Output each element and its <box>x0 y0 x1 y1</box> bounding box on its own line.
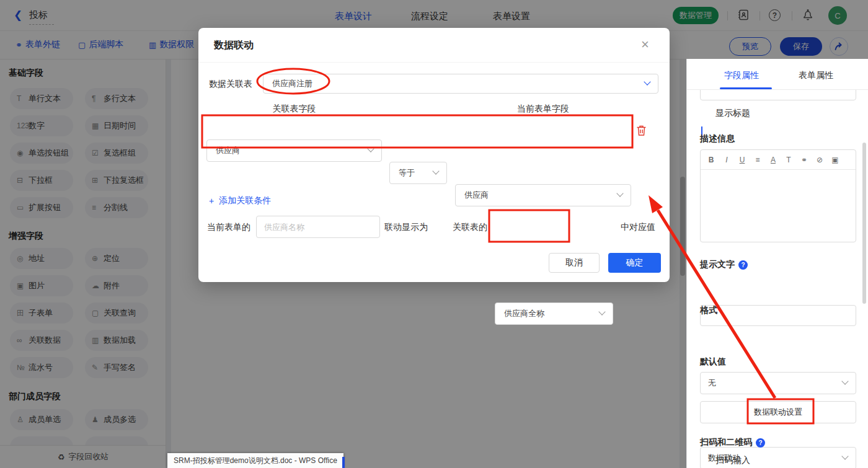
format-value: 无 <box>708 377 716 389</box>
image-icon[interactable]: ▣ <box>830 156 840 164</box>
link-icon[interactable]: ⚭ <box>799 156 809 164</box>
chevron-down-icon <box>598 308 605 315</box>
help-icon[interactable]: ? <box>738 260 748 270</box>
description-label: 描述信息 <box>700 133 735 144</box>
show-title-label: 显示标题 <box>715 108 750 119</box>
align-icon[interactable]: ≡ <box>753 156 763 164</box>
format-label: 格式 <box>700 305 717 316</box>
condition-operator-select[interactable]: 等于 <box>389 162 447 184</box>
panel-scrollbar-thumb[interactable] <box>862 143 866 304</box>
condition-field-value: 供应商 <box>216 145 240 156</box>
mapping-of-table-label: 关联表的 <box>453 222 487 233</box>
link-table-select[interactable]: 供应商注册 <box>263 74 658 94</box>
mapping-suffix-label: 中对应值 <box>621 222 655 233</box>
rich-text-editor[interactable]: B I U ≡ A T ⚭ ⊘ ▣ <box>700 149 856 242</box>
italic-icon[interactable]: I <box>722 156 732 164</box>
chevron-down-icon <box>644 78 650 85</box>
chevron-down-icon <box>367 145 374 152</box>
wps-window-edge <box>342 457 345 468</box>
underline-icon[interactable]: U <box>737 156 747 164</box>
tab-form-properties[interactable]: 表单属性 <box>799 70 833 81</box>
divider <box>198 62 670 63</box>
mapping-field-input[interactable] <box>256 216 380 238</box>
tab-field-properties[interactable]: 字段属性 <box>724 70 759 81</box>
bold-icon[interactable]: B <box>706 156 716 164</box>
add-condition-link[interactable]: + 添加关联条件 <box>209 195 271 206</box>
mapping-prefix-label: 当前表单的 <box>207 222 250 233</box>
modal-title: 数据联动 <box>214 39 254 52</box>
delete-condition-trash-icon[interactable] <box>636 125 647 139</box>
condition-field-select[interactable]: 供应商 <box>206 139 382 162</box>
format-select[interactable]: 无 <box>700 372 856 394</box>
properties-panel: 字段属性 表单属性 显示标题 描述信息 B I U ≡ A T ⚭ ⊘ ▣ <box>686 59 868 468</box>
close-icon[interactable]: × <box>641 37 649 53</box>
link-table-label: 数据关联表 <box>209 79 252 90</box>
default-value-label: 默认值 <box>700 356 726 368</box>
cancel-button[interactable]: 取消 <box>549 253 600 273</box>
condition-form-field-value: 供应商 <box>464 190 489 201</box>
mapping-middle-label: 联动显示为 <box>384 222 428 233</box>
editor-toolbar: B I U ≡ A T ⚭ ⊘ ▣ <box>701 150 856 170</box>
chevron-down-icon <box>432 167 439 174</box>
wps-taskbar-tooltip[interactable]: SRM-招投标管理demo说明文档.doc - WPS Office <box>167 453 343 468</box>
font-color-icon[interactable]: A <box>768 156 778 164</box>
scan-qr-label: 扫码和二维码 ? <box>700 437 765 448</box>
condition-form-field-select[interactable]: 供应商 <box>455 184 631 206</box>
partial-scrolled-input[interactable] <box>700 90 856 100</box>
data-linkage-settings-button[interactable]: 数据联动设置 <box>700 401 856 423</box>
link-table-value: 供应商注册 <box>272 78 312 89</box>
mapping-value-select[interactable]: 供应商全称 <box>495 302 613 325</box>
condition-operator-value: 等于 <box>399 167 415 179</box>
plus-icon: + <box>209 196 214 206</box>
hint-text-label: 提示文字 ? <box>700 259 748 270</box>
chevron-down-icon <box>841 377 848 384</box>
help-icon[interactable]: ? <box>756 438 765 448</box>
chevron-down-icon <box>841 453 848 459</box>
confirm-button[interactable]: 确定 <box>608 253 661 273</box>
panel-body: 显示标题 描述信息 B I U ≡ A T ⚭ ⊘ ▣ 提示文字 ? <box>687 90 868 468</box>
hint-text-input[interactable] <box>700 305 856 326</box>
scan-input-label: 扫码输入 <box>715 455 750 466</box>
column-header-link-field: 关联表字段 <box>206 104 382 115</box>
column-header-form-field: 当前表单字段 <box>455 104 631 115</box>
app: ❮ 投标 表单设计 流程设定 表单设置 数据管理 ? C <box>0 0 868 468</box>
font-size-icon[interactable]: T <box>784 156 794 164</box>
mapping-value: 供应商全称 <box>504 308 544 319</box>
data-linkage-modal: 数据联动 × 数据关联表 供应商注册 关联表字段 当前表单字段 供应商 等于 供… <box>198 28 670 282</box>
chevron-down-icon <box>616 190 623 196</box>
unlink-icon[interactable]: ⊘ <box>815 156 825 164</box>
